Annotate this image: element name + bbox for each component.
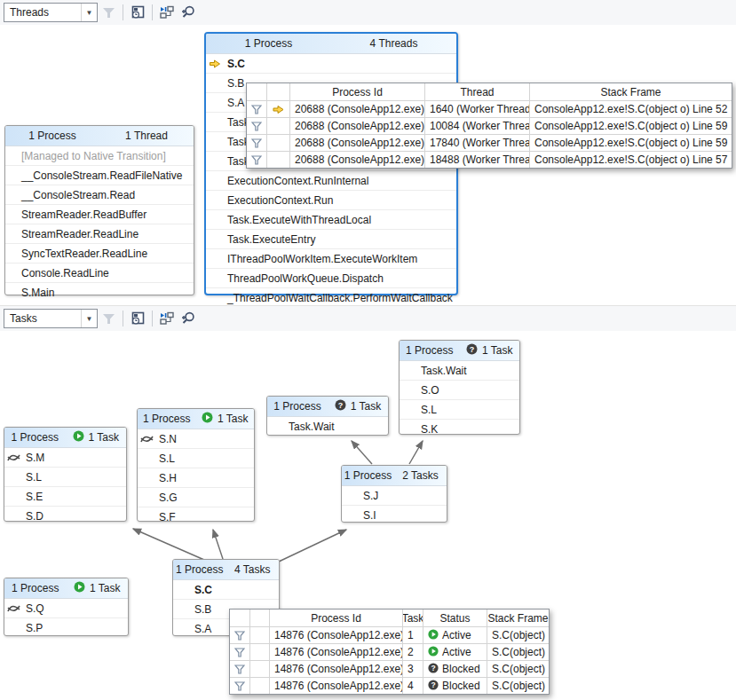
- row-filter-icon[interactable]: [230, 660, 249, 677]
- cell-task[interactable]: 1: [402, 626, 423, 643]
- cell-task[interactable]: 3: [402, 660, 423, 677]
- parallel-stacks-window: Threads ▼: [0, 0, 736, 700]
- filter-flagged-icon[interactable]: [98, 3, 119, 22]
- toolbar-separator: [152, 311, 153, 326]
- row-filter-icon[interactable]: [230, 626, 249, 643]
- stack-frame-row[interactable]: S.D: [4, 507, 126, 525]
- stack-frame-row[interactable]: ExecutionContext.RunInternal: [206, 171, 456, 191]
- task-box-running-n[interactable]: 1 Process 1 Task S.N S.L S.H S.G S.F: [137, 408, 255, 522]
- stack-frame-row[interactable]: S.Main: [5, 283, 194, 302]
- task-box-two-tasks[interactable]: 1 Process 2 Tasks S.J S.I: [341, 465, 447, 523]
- cell-process-id[interactable]: 20688 (ConsoleApp12.exe): [289, 100, 424, 117]
- stack-frame-row[interactable]: ExecutionContext.Run: [206, 191, 456, 210]
- toggle-zoom-control-icon[interactable]: [178, 309, 199, 328]
- row-filter-icon[interactable]: [247, 134, 266, 151]
- cell-process-id[interactable]: 14876 (ConsoleApp12.exe): [269, 677, 402, 694]
- stack-frame-row[interactable]: S.M: [4, 448, 126, 468]
- autoscroll-current-frame-icon[interactable]: [156, 309, 178, 328]
- autoscroll-current-frame-icon[interactable]: [156, 3, 178, 22]
- cell-status[interactable]: Active: [423, 643, 487, 660]
- frame-label: S.B: [227, 77, 244, 90]
- row-filter-icon[interactable]: [230, 643, 249, 660]
- empty-cell: [266, 117, 289, 134]
- stack-frame-row[interactable]: StreamReader.ReadLine: [5, 224, 194, 244]
- stack-frame-row[interactable]: [Managed to Native Transition]: [5, 146, 194, 166]
- stack-frame-row[interactable]: S.Q: [4, 599, 128, 618]
- cell-task[interactable]: 2: [402, 643, 423, 660]
- toggle-zoom-control-icon[interactable]: [178, 3, 199, 22]
- stack-frame-row[interactable]: S.I: [342, 506, 447, 524]
- cell-process-id[interactable]: 14876 (ConsoleApp12.exe): [269, 660, 402, 677]
- chevron-down-icon[interactable]: ▼: [81, 4, 97, 21]
- view-selector-threads[interactable]: Threads ▼: [4, 3, 98, 22]
- cell-stack-frame[interactable]: S.C(object): [487, 677, 549, 694]
- cell-process-id[interactable]: 20688 (ConsoleApp12.exe): [289, 134, 424, 151]
- row-filter-icon[interactable]: [247, 100, 266, 117]
- stack-frame-row[interactable]: __ConsoleStream.Read: [5, 185, 194, 205]
- cell-process-id[interactable]: 14876 (ConsoleApp12.exe): [269, 626, 402, 643]
- cell-status[interactable]: ? Blocked: [423, 660, 487, 677]
- stack-frame-row[interactable]: S.O: [400, 381, 519, 400]
- stack-frame-row[interactable]: S.C: [173, 580, 279, 600]
- stack-frame-row[interactable]: __ConsoleStream.ReadFileNative: [5, 166, 194, 185]
- frame-label: S.H: [159, 472, 177, 484]
- stack-frame-row[interactable]: StreamReader.ReadBuffer: [5, 205, 194, 224]
- cell-stack-frame[interactable]: ConsoleApp12.exe!S.C(object o) Line 52: [529, 100, 732, 117]
- cell-process-id[interactable]: 14876 (ConsoleApp12.exe): [269, 643, 402, 660]
- stack-frame-row[interactable]: S.L: [4, 468, 126, 487]
- stack-frame-row[interactable]: S.L: [138, 449, 254, 468]
- cell-process-id[interactable]: 20688 (ConsoleApp12.exe): [289, 117, 424, 134]
- view-selector-tasks[interactable]: Tasks ▼: [4, 309, 98, 328]
- toggle-method-view-icon[interactable]: [127, 309, 148, 328]
- toolbar-separator: [123, 4, 123, 20]
- toggle-method-view-icon[interactable]: [127, 3, 148, 22]
- threads-main-stack-box[interactable]: 1 Process 1 Thread [Managed to Native Tr…: [4, 125, 194, 295]
- stack-frame-row[interactable]: Console.ReadLine: [5, 263, 194, 283]
- cell-stack-frame[interactable]: ConsoleApp12.exe!S.C(object o) Line 59: [529, 134, 732, 151]
- stack-frame-row[interactable]: S.G: [138, 488, 254, 507]
- chevron-down-icon[interactable]: ▼: [81, 310, 97, 327]
- stack-frame-row[interactable]: S.C: [206, 54, 456, 74]
- stack-frame-row[interactable]: S.K: [400, 420, 519, 438]
- stack-frame-row[interactable]: Task.Wait: [400, 361, 519, 381]
- stack-frame-row[interactable]: Task.ExecuteWithThreadLocal: [206, 210, 456, 230]
- stack-frame-row[interactable]: S.F: [138, 507, 254, 526]
- task-box-running-m[interactable]: 1 Process 1 Task S.M S.L S.E S.D: [4, 427, 127, 522]
- cell-stack-frame[interactable]: ConsoleApp12.exe!S.C(object o) Line 59: [529, 117, 732, 134]
- view-selector-value: Tasks: [4, 312, 81, 325]
- row-filter-icon[interactable]: [247, 151, 266, 168]
- row-filter-icon[interactable]: [247, 117, 266, 134]
- stack-frame-row[interactable]: S.E: [4, 487, 126, 507]
- stack-frame-row[interactable]: S.L: [400, 400, 519, 420]
- cell-process-id[interactable]: 20688 (ConsoleApp12.exe): [289, 151, 424, 168]
- stack-frame-row[interactable]: S.H: [138, 468, 254, 488]
- cell-task[interactable]: 4: [402, 677, 423, 694]
- status-label: Blocked: [442, 663, 480, 675]
- stack-frame-row[interactable]: S.N: [138, 429, 254, 449]
- stack-frame-row[interactable]: Task.Wait: [267, 417, 388, 436]
- stack-frame-row[interactable]: _ThreadPoolWaitCallback.PerformWaitCallb…: [206, 288, 456, 307]
- stack-frame-row[interactable]: ThreadPoolWorkQueue.Dispatch: [206, 269, 456, 288]
- task-box-running-q[interactable]: 1 Process 1 Task S.Q S.P: [4, 578, 129, 636]
- stack-frame-row[interactable]: IThreadPoolWorkItem.ExecuteWorkItem: [206, 249, 456, 269]
- cell-thread[interactable]: 18488 (Worker Thread): [424, 151, 529, 168]
- task-box-blocked-deep[interactable]: 1 Process ? 1 Task Task.Wait S.O S.L S.K: [399, 340, 520, 435]
- filter-flagged-icon[interactable]: [98, 309, 119, 328]
- cell-stack-frame[interactable]: S.C(object): [487, 660, 549, 677]
- row-filter-icon[interactable]: [230, 677, 249, 694]
- cell-thread[interactable]: 1640 (Worker Thread): [424, 100, 529, 117]
- view-selector-value: Threads: [4, 6, 81, 19]
- cell-stack-frame[interactable]: S.C(object): [487, 643, 549, 660]
- stack-frame-row[interactable]: SyncTextReader.ReadLine: [5, 244, 194, 263]
- stack-frame-row[interactable]: Task.ExecuteEntry: [206, 230, 456, 249]
- cell-stack-frame[interactable]: S.C(object): [487, 626, 549, 643]
- cell-status[interactable]: Active: [423, 626, 487, 643]
- stack-frame-row[interactable]: S.P: [4, 618, 128, 637]
- cell-thread[interactable]: 17840 (Worker Thread): [424, 134, 529, 151]
- cell-stack-frame[interactable]: ConsoleApp12.exe!S.C(object o) Line 57: [529, 151, 732, 168]
- stack-frame-row[interactable]: S.J: [342, 486, 447, 506]
- cell-thread[interactable]: 10084 (Worker Thread): [424, 117, 529, 134]
- col-header-stack-frame: Stack Frame: [529, 83, 732, 100]
- cell-status[interactable]: ? Blocked: [423, 677, 487, 694]
- task-box-blocked-shallow[interactable]: 1 Process ? 1 Task Task.Wait: [266, 396, 389, 436]
